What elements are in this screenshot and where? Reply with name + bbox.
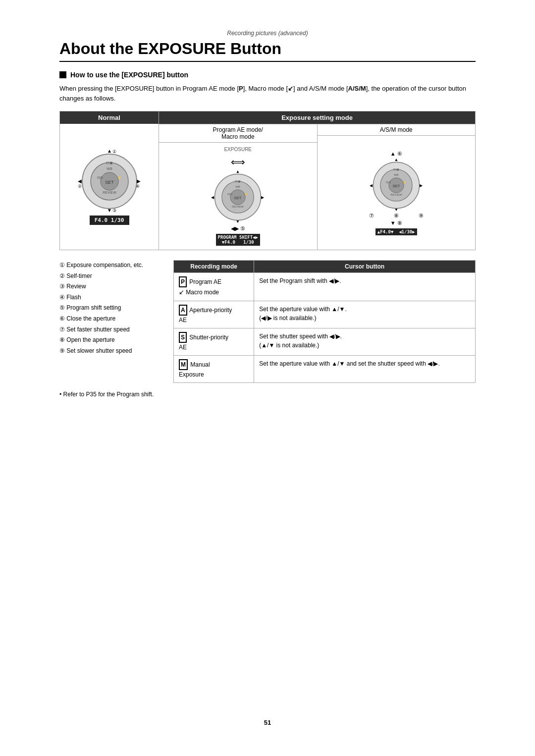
asm-dial: ▲ ⑥ SET ▲ ◀ ▶ ▼ ⊡ ▣ WB — [369, 151, 424, 235]
normal-column: Normal SET ▲ ① ◀ ② — [60, 111, 159, 250]
list-item-6: ⑥ Close the aperture — [59, 314, 159, 324]
svg-text:◀: ◀ — [211, 195, 214, 200]
intro-text: When pressing the [EXPOSURE] button in P… — [59, 84, 476, 103]
svg-text:▼: ▼ — [236, 219, 240, 224]
svg-text:REVIEW: REVIEW — [103, 191, 116, 194]
svg-text:REVIEW: REVIEW — [390, 193, 402, 196]
page: Recording pictures (advanced) About the … — [0, 0, 535, 756]
list-item-8: ⑧ Open the aperture — [59, 335, 159, 346]
svg-text:SET: SET — [392, 184, 400, 188]
mode-cell-s: S Shutter-priorityAE — [174, 328, 254, 355]
mode-icon-s: S — [179, 332, 187, 343]
program-dial-svg: SET ▲ ◀ ▶ ▼ ⊡ ▣ WB ISO ⚡ REVIEW — [211, 170, 265, 224]
mode-icon-p: P — [179, 276, 187, 287]
mode-icon-a: A — [179, 305, 187, 316]
exposure-subcols: Program AE mode/Macro mode EXPOSURE ⟺ — [159, 124, 475, 250]
svg-text:▲: ▲ — [107, 149, 112, 154]
svg-text:SET: SET — [234, 196, 242, 200]
asm-display: ▲F4.0▼ ◀1/30▶ — [375, 228, 417, 235]
program-ae-body: EXPOSURE ⟺ SET ▲ ◀ — [208, 143, 268, 250]
svg-text:⚡: ⚡ — [245, 192, 249, 196]
asm-header: A/S/M mode — [318, 124, 476, 136]
program-5-label: ◀▶ ⑤ — [231, 225, 245, 232]
normal-body: SET ▲ ① ◀ ② ▶ ④ ▼ ③ ⊡ ▣ — [75, 124, 144, 250]
svg-text:WB: WB — [394, 173, 399, 176]
program-dial: SET ▲ ◀ ▶ ▼ ⊡ ▣ WB ISO ⚡ REVIEW — [211, 170, 265, 246]
svg-text:ISO: ISO — [386, 180, 391, 183]
list-item-4: ④ Flash — [59, 292, 159, 303]
normal-header: Normal — [60, 111, 159, 124]
cursor-cell-3: Set the shutter speed with ◀/▶.(▲/▼ is n… — [254, 328, 476, 355]
heading-icon — [59, 71, 66, 78]
table-row: M ManualExposure Set the aperture value … — [174, 355, 476, 382]
svg-text:⊡ ▣: ⊡ ▣ — [393, 168, 399, 171]
list-item-7: ⑦ Set faster shutter speed — [59, 324, 159, 335]
mode-cell-m: M ManualExposure — [174, 355, 254, 382]
exposure-header: Exposure setting mode — [159, 111, 475, 124]
svg-text:REVIEW: REVIEW — [232, 205, 244, 208]
cursor-cell-4: Set the aperture value with ▲/▼ and set … — [254, 355, 476, 382]
svg-text:▶: ▶ — [137, 178, 141, 184]
svg-text:▶: ▶ — [420, 182, 423, 187]
program-ae-header: Program AE mode/Macro mode — [159, 124, 317, 143]
svg-text:⊡ ▣: ⊡ ▣ — [106, 161, 113, 164]
program-ae-sub: Program AE mode/Macro mode EXPOSURE ⟺ — [159, 124, 318, 250]
svg-text:⚡: ⚡ — [403, 180, 407, 184]
svg-text:▲: ▲ — [236, 170, 240, 174]
svg-text:SET: SET — [105, 180, 114, 185]
svg-text:▼: ▼ — [394, 207, 398, 212]
col1-header: Recording mode — [174, 261, 254, 273]
mode-cell-a: A Aperture-priorityAE — [174, 301, 254, 328]
page-title: About the EXPOSURE Button — [59, 40, 476, 62]
program-display: PROGRAM SHIFT◀▶▼F4.0 1/30 — [216, 234, 260, 246]
asm-8-label: ▼ ⑧ — [390, 220, 402, 226]
section-heading: How to use the [EXPOSURE] button — [59, 71, 476, 79]
svg-text:ISO: ISO — [97, 176, 103, 179]
recording-table: Recording mode Cursor button P Program A… — [173, 260, 476, 383]
mode-cell: P Program AE ↙ Macro mode — [174, 273, 254, 301]
page-number: 51 — [0, 719, 535, 726]
cursor-cell-1: Set the Program shift with ◀/▶. — [254, 273, 476, 301]
svg-text:②: ② — [78, 184, 82, 189]
numbered-list: ① Exposure compensation, etc. ② Self-tim… — [59, 260, 159, 383]
svg-text:ISO: ISO — [227, 193, 233, 196]
list-item-1: ① Exposure compensation, etc. — [59, 260, 159, 271]
svg-text:⊡ ▣: ⊡ ▣ — [235, 180, 241, 183]
list-item-9: ⑨ Set slower shutter speed — [59, 346, 159, 357]
top-caption: Recording pictures (advanced) — [59, 30, 476, 37]
cursor-cell-2: Set the aperture value with ▲/▼.(◀/▶ is … — [254, 301, 476, 328]
list-item-2: ② Self-timer — [59, 271, 159, 282]
col2-header: Cursor button — [254, 261, 476, 273]
svg-text:◀: ◀ — [78, 178, 82, 184]
svg-text:WB: WB — [235, 185, 240, 188]
normal-display: F4.0 1/30 — [90, 216, 129, 225]
svg-text:▲: ▲ — [394, 158, 398, 162]
table-row: P Program AE ↙ Macro mode Set the Progra… — [174, 273, 476, 301]
asm-dial-svg: SET ▲ ◀ ▶ ▼ ⊡ ▣ WB ISO ⚡ REVIEW — [369, 158, 424, 213]
list-item-3: ③ Review — [59, 281, 159, 292]
svg-text:①: ① — [112, 149, 116, 154]
table-row: S Shutter-priorityAE Set the shutter spe… — [174, 328, 476, 355]
exposure-btn-label: EXPOSURE — [224, 147, 252, 152]
list-item-5: ⑤ Program shift setting — [59, 303, 159, 314]
svg-text:◀: ◀ — [370, 182, 373, 187]
svg-text:WB: WB — [107, 167, 112, 170]
asm-789-labels: ⑦⑧⑨ — [369, 213, 424, 219]
exposure-column: Exposure setting mode Program AE mode/Ma… — [159, 111, 475, 250]
svg-text:▼: ▼ — [107, 208, 112, 213]
asm-sub: A/S/M mode ▲ ⑥ SET ▲ ◀ — [318, 124, 476, 250]
double-arrow: ⟺ — [231, 156, 245, 168]
svg-text:⚡: ⚡ — [117, 175, 121, 180]
svg-text:③: ③ — [112, 208, 116, 213]
footnote: • Refer to P35 for the Program shift. — [59, 391, 476, 398]
asm-6-label: ▲ ⑥ — [390, 151, 402, 157]
table-row: A Aperture-priorityAE Set the aperture v… — [174, 301, 476, 328]
asm-body: ▲ ⑥ SET ▲ ◀ ▶ ▼ ⊡ ▣ WB — [367, 136, 426, 250]
svg-text:④: ④ — [136, 184, 140, 189]
diagram-area: Normal SET ▲ ① ◀ ② — [59, 111, 476, 250]
normal-dial: SET ▲ ① ◀ ② ▶ ④ ▼ ③ ⊡ ▣ — [77, 149, 142, 225]
normal-dial-svg: SET ▲ ① ◀ ② ▶ ④ ▼ ③ ⊡ ▣ — [77, 149, 142, 214]
svg-text:▶: ▶ — [261, 195, 265, 200]
lower-section: ① Exposure compensation, etc. ② Self-tim… — [59, 260, 476, 383]
mode-icon-m: M — [179, 359, 188, 370]
